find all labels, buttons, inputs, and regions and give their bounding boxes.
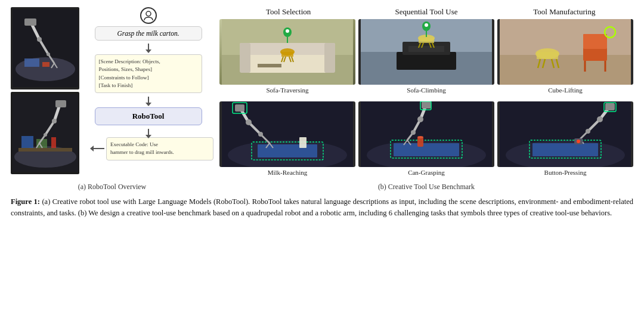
svg-point-26 — [146, 11, 151, 16]
svg-point-112 — [577, 140, 580, 143]
label-tool-manufacturing: Tool Manufacturing — [496, 7, 633, 17]
input-text: [Scene Description: Objects, Positions, … — [99, 58, 160, 88]
svg-point-107 — [597, 116, 603, 122]
svg-rect-7 — [24, 18, 36, 26]
task-box: Grasp the milk carton. — [95, 26, 202, 41]
svg-rect-32 — [324, 43, 335, 73]
left-content: Grasp the milk carton. [Scene Descriptio… — [11, 7, 213, 180]
svg-rect-60 — [583, 34, 607, 49]
svg-point-92 — [417, 116, 423, 122]
svg-rect-3 — [42, 62, 49, 67]
svg-rect-64 — [537, 52, 558, 59]
svg-rect-2 — [24, 58, 39, 67]
bench-cell-sofa-climbing: Sofa-Climbing — [358, 19, 494, 98]
output-box: Executable Code: Use hammer to drag mill… — [106, 137, 213, 160]
bench-label-button-pressing: Button-Pressing — [544, 169, 587, 176]
svg-point-79 — [258, 132, 263, 137]
button-pressing-svg — [497, 101, 633, 167]
top-section: Grasp the milk carton. [Scene Descriptio… — [11, 7, 633, 191]
bench-label-cube-lifting: Cube-Lifting — [548, 86, 582, 94]
bench-label-milk-reaching: Milk-Reaching — [268, 169, 308, 176]
svg-rect-96 — [417, 137, 423, 147]
svg-rect-87 — [394, 143, 459, 156]
page-container: Grasp the milk carton. [Scene Descriptio… — [0, 0, 644, 309]
svg-rect-47 — [408, 46, 444, 52]
label-tool-selection: Tool Selection — [219, 7, 357, 17]
robot-arm-svg-bottom — [13, 94, 78, 172]
svg-rect-58 — [500, 55, 631, 85]
svg-rect-83 — [299, 137, 306, 148]
svg-rect-33 — [258, 64, 281, 67]
sofa-climbing-svg — [358, 19, 494, 85]
output-row: Executable Code: Use hammer to drag mill… — [83, 137, 213, 160]
robotool-label: RoboTool — [132, 112, 165, 120]
svg-point-9 — [47, 52, 50, 56]
user-icon — [140, 7, 157, 24]
bench-img-can-grasping — [358, 101, 494, 167]
svg-point-41 — [286, 29, 289, 33]
arrow1 — [148, 44, 149, 51]
bench-cell-can-grasping: Can-Grasping — [358, 101, 494, 181]
arrow3 — [148, 129, 149, 136]
label-sequential-tool-use: Sequential Tool Use — [357, 7, 495, 17]
svg-rect-15 — [21, 136, 33, 148]
caption-b: (b) Creative Tool Use Benchmark — [219, 183, 633, 191]
svg-rect-102 — [532, 143, 598, 156]
arrow-left-head — [90, 146, 94, 152]
svg-point-8 — [37, 37, 42, 42]
svg-point-55 — [425, 23, 428, 27]
task-text: Grasp the milk carton. — [117, 30, 179, 37]
user-svg — [143, 10, 154, 21]
benchmark-grid: Sofa-Traversing — [219, 19, 633, 180]
flow-diagram: Grasp the milk carton. [Scene Descriptio… — [83, 7, 213, 160]
svg-rect-49 — [419, 38, 434, 43]
bench-cell-button-pressing: Button-Pressing — [497, 101, 633, 181]
svg-rect-106 — [605, 103, 615, 110]
caption-a: (a) RoboTool Overview — [11, 183, 213, 191]
bench-img-milk-reaching — [219, 101, 355, 167]
svg-point-93 — [411, 130, 416, 135]
svg-rect-35 — [281, 52, 293, 57]
bench-img-cube-lifting — [497, 19, 633, 85]
svg-point-97 — [417, 136, 423, 138]
svg-rect-21 — [55, 100, 66, 107]
right-panel: Tool Selection Sequential Tool Use Tool … — [219, 7, 633, 191]
can-grasping-svg — [358, 101, 494, 167]
svg-rect-77 — [235, 104, 244, 112]
bench-label-can-grasping: Can-Grasping — [408, 169, 445, 176]
caption-b-text: (b) Creative Tool Use Benchmark — [378, 183, 475, 191]
figure-text: (a) Creative robot tool use with Large L… — [11, 197, 633, 217]
bench-img-sofa-traversing — [219, 19, 355, 85]
svg-point-108 — [586, 129, 590, 134]
svg-rect-91 — [422, 101, 431, 109]
output-text: Executable Code: Use hammer to drag mill… — [110, 141, 174, 155]
bench-img-sofa-climbing — [358, 19, 494, 85]
svg-rect-16 — [51, 137, 56, 148]
bench-label-sofa-climbing: Sofa-Climbing — [407, 86, 445, 94]
bench-cell-sofa-traversing: Sofa-Traversing — [219, 19, 355, 98]
left-panel: Grasp the milk carton. [Scene Descriptio… — [11, 7, 213, 191]
arrow3-head — [145, 135, 151, 138]
bench-cell-cube-lifting: Cube-Lifting — [497, 19, 633, 98]
figure-label: Figure 1: — [11, 197, 40, 206]
benchmark-labels: Tool Selection Sequential Tool Use Tool … — [219, 7, 633, 17]
robotool-box: RoboTool — [95, 107, 202, 125]
input-box: [Scene Description: Objects, Positions, … — [95, 54, 202, 93]
sofa-traversing-svg — [219, 19, 355, 85]
figure-caption: Figure 1: (a) Creative robot tool use wi… — [11, 196, 633, 220]
bench-label-sofa-traversing: Sofa-Traversing — [266, 86, 308, 94]
arrow2 — [148, 97, 149, 104]
arrow2-head — [145, 103, 151, 106]
caption-a-text: (a) RoboTool Overview — [78, 183, 146, 191]
svg-rect-14 — [18, 148, 72, 152]
bench-img-button-pressing — [497, 101, 633, 167]
robot-images — [11, 7, 79, 174]
arrow-left-line — [92, 148, 104, 149]
arrow1-head — [145, 50, 151, 53]
arrow-left-space — [83, 148, 106, 149]
cube-lifting-svg — [497, 19, 633, 85]
svg-point-22 — [52, 119, 57, 123]
robot-img-bottom — [11, 92, 79, 174]
svg-point-23 — [44, 133, 47, 137]
svg-rect-31 — [240, 43, 250, 73]
